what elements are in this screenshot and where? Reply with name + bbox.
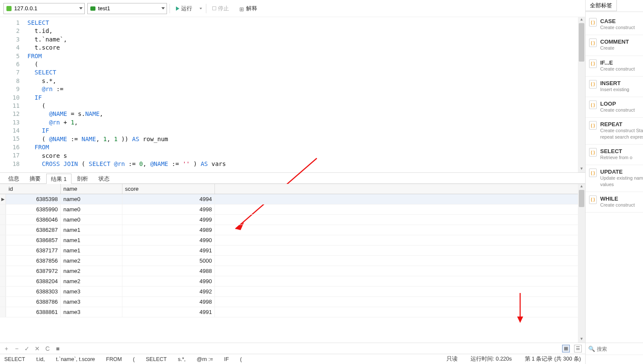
cell-id[interactable]: 6387856 — [6, 256, 61, 266]
add-row-button[interactable]: + — [3, 345, 9, 352]
connection-combo[interactable]: 127.0.0.1 — [3, 3, 85, 14]
cell-name[interactable]: name1 — [61, 246, 122, 255]
line-number: 5 — [0, 52, 23, 60]
stop-button[interactable]: 停止 — [209, 3, 232, 14]
line-number: 1 — [0, 19, 23, 27]
cell-name[interactable]: name0 — [61, 204, 122, 214]
cell-name[interactable]: name1 — [61, 235, 122, 245]
snippet-title: COMMENT — [600, 38, 629, 45]
refresh-button[interactable]: C — [45, 345, 51, 352]
cell-score[interactable]: 4998 — [122, 297, 215, 307]
grid-scrollbar[interactable]: ▲ ▼ — [578, 184, 585, 343]
snippet-item[interactable]: LOOPCreate construct — [586, 97, 643, 118]
cell-name[interactable]: name3 — [61, 287, 122, 296]
cell-id[interactable]: 6386046 — [6, 215, 61, 225]
snippet-item[interactable]: COMMENTCreate — [586, 35, 643, 56]
cell-id[interactable]: 6387972 — [6, 266, 61, 276]
column-header-name[interactable]: name — [61, 184, 122, 194]
column-header-score[interactable]: score — [122, 184, 215, 194]
cell-score[interactable]: 4992 — [122, 287, 215, 296]
table-row[interactable]: 6386857name14990 — [0, 235, 585, 246]
table-row[interactable]: 6387177name14991 — [0, 246, 585, 256]
snippet-item[interactable]: SELECTRetrieve from o — [586, 145, 643, 165]
tab-summary[interactable]: 摘要 — [25, 173, 45, 183]
cell-id[interactable]: 6387177 — [6, 246, 61, 255]
cell-score[interactable]: 4991 — [122, 307, 215, 317]
table-row[interactable]: ▶6385398name04994 — [0, 194, 585, 204]
table-row[interactable]: 6388303name34992 — [0, 287, 585, 297]
table-row[interactable]: 6388861name34991 — [0, 307, 585, 317]
tab-all-tags[interactable]: 全部标签 — [586, 0, 617, 11]
snippets-search-input[interactable] — [597, 346, 643, 352]
table-row[interactable]: 6387856name25000 — [0, 256, 585, 266]
cell-score[interactable]: 4990 — [122, 235, 215, 245]
cell-id[interactable]: 6385990 — [6, 204, 61, 214]
cell-id[interactable]: 6388786 — [6, 297, 61, 307]
cancel-button[interactable]: ✕ — [34, 345, 40, 352]
svg-rect-0 — [6, 6, 12, 11]
column-header-id[interactable]: id — [6, 184, 61, 194]
cell-id[interactable]: 6386287 — [6, 225, 61, 235]
grid-view-button[interactable]: ▦ — [562, 345, 570, 352]
table-row[interactable]: 6387972name24988 — [0, 266, 585, 276]
cell-id[interactable]: 6385398 — [6, 194, 61, 204]
cell-name[interactable]: name0 — [61, 194, 122, 204]
scroll-thumb[interactable] — [579, 23, 584, 62]
tab-profile[interactable]: 剖析 — [72, 173, 93, 183]
cell-name[interactable]: name0 — [61, 215, 122, 225]
cell-id[interactable]: 6386857 — [6, 235, 61, 245]
tab-info[interactable]: 信息 — [3, 173, 24, 183]
cell-score[interactable]: 4989 — [122, 225, 215, 235]
form-view-button[interactable]: ☰ — [574, 345, 582, 352]
scroll-up-icon[interactable]: ▲ — [578, 17, 585, 23]
scroll-down-icon[interactable]: ▼ — [578, 337, 585, 343]
run-dropdown-button[interactable] — [198, 3, 203, 14]
snippet-item[interactable]: CASECreate construct — [586, 15, 643, 35]
cell-name[interactable]: name3 — [61, 297, 122, 307]
scroll-thumb[interactable] — [579, 190, 584, 207]
table-row[interactable]: 6388204name24990 — [0, 276, 585, 287]
editor-code[interactable]: SELECT t.id, t.`name`, t.score FROM ( SE… — [25, 17, 585, 172]
cell-score[interactable]: 5000 — [122, 256, 215, 266]
commit-button[interactable]: ✓ — [24, 345, 30, 352]
editor-gutter: 1 2 3 4 5 6 7 8 9 10 11 12 13 14 15 16 1… — [0, 17, 25, 172]
cell-name[interactable]: name1 — [61, 225, 122, 235]
snippet-item[interactable]: REPEATCreate construct Statement repeat … — [586, 118, 643, 145]
snippet-item[interactable]: WHILECreate construct — [586, 192, 643, 213]
table-row[interactable]: 6385990name04998 — [0, 204, 585, 215]
grid-header: id name score — [0, 184, 585, 194]
cell-score[interactable]: 4994 — [122, 194, 215, 204]
database-combo[interactable]: test1 — [87, 3, 167, 14]
cell-name[interactable]: name2 — [61, 256, 122, 266]
cell-id[interactable]: 6388861 — [6, 307, 61, 317]
cell-score[interactable]: 4998 — [122, 204, 215, 214]
tab-status[interactable]: 状态 — [94, 173, 114, 183]
table-row[interactable]: 6388786name34998 — [0, 297, 585, 307]
snippet-item[interactable]: IF...ECreate construct — [586, 56, 643, 77]
snippets-list[interactable]: CASECreate constructCOMMENTCreateIF...EC… — [586, 12, 643, 343]
cell-score[interactable]: 4991 — [122, 246, 215, 255]
cell-score[interactable]: 4988 — [122, 266, 215, 276]
editor-scrollbar[interactable]: ▲ ▼ — [578, 17, 585, 172]
stop-grid-button[interactable]: ■ — [55, 345, 61, 352]
cell-score[interactable]: 4990 — [122, 276, 215, 286]
cell-id[interactable]: 6388303 — [6, 287, 61, 296]
scroll-up-icon[interactable]: ▲ — [578, 184, 585, 190]
sql-editor[interactable]: 1 2 3 4 5 6 7 8 9 10 11 12 13 14 15 16 1… — [0, 17, 585, 173]
snippet-desc: Insert existing — [600, 86, 629, 92]
delete-row-button[interactable]: − — [14, 345, 20, 352]
cell-name[interactable]: name2 — [61, 266, 122, 276]
table-row[interactable]: 6386287name14989 — [0, 225, 585, 235]
cell-name[interactable]: name3 — [61, 307, 122, 317]
cell-score[interactable]: 4999 — [122, 215, 215, 225]
run-button[interactable]: 运行 — [173, 3, 196, 14]
snippet-item[interactable]: INSERTInsert existing — [586, 77, 643, 97]
scroll-down-icon[interactable]: ▼ — [578, 166, 585, 172]
snippet-item[interactable]: UPDATEUpdate existing named values — [586, 165, 643, 192]
explain-label: 解释 — [246, 5, 257, 12]
explain-button[interactable]: 解释 — [235, 3, 261, 14]
tab-result-1[interactable]: 结果 1 — [46, 174, 71, 184]
table-row[interactable]: 6386046name04999 — [0, 215, 585, 225]
cell-id[interactable]: 6388204 — [6, 276, 61, 286]
cell-name[interactable]: name2 — [61, 276, 122, 286]
